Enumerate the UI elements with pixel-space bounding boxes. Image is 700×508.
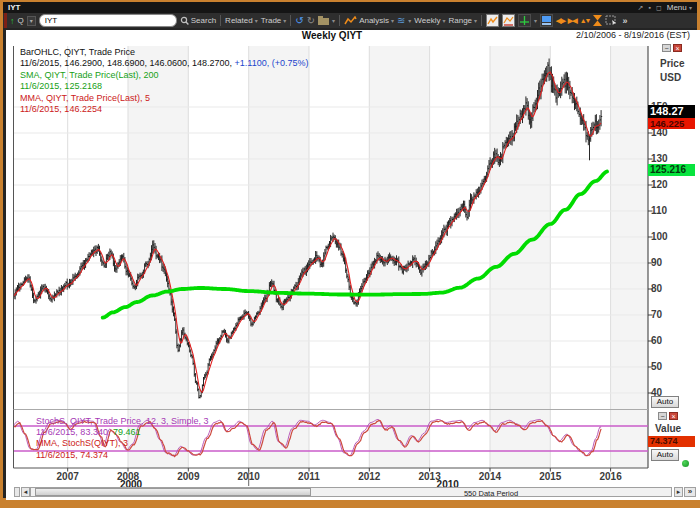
last-price-label: 148.27	[648, 105, 695, 118]
scrollbar-thumb[interactable]	[35, 488, 311, 496]
scrollbar-splitter[interactable]	[14, 487, 20, 497]
price-tick-label: 120	[651, 179, 668, 190]
year-label: 2016	[596, 471, 626, 482]
year-label: 2009	[173, 471, 203, 482]
legend-line: 11/6/2015, 146.2900, 148.6900, 146.0600,…	[20, 58, 308, 68]
legend-line: MMA, StochS(QIYT), 3	[36, 438, 128, 448]
legend-text: +1.1100, (+0.75%)	[235, 58, 309, 68]
year-label: 2011	[294, 471, 324, 482]
year-label: 2012	[354, 471, 384, 482]
price-tick-label: 50	[651, 361, 662, 372]
legend-line: 11/6/2015, 74.374	[36, 450, 108, 460]
legend-text: 11/6/2015, 146.2900, 148.6900, 146.0600,…	[20, 58, 235, 68]
stoch-value-label: 74.374	[648, 436, 695, 447]
legend-text: MMA, QIYT, Trade Price(Last), 5	[20, 93, 150, 103]
scrollbar-track[interactable]: 550 Data Period	[30, 487, 672, 497]
minimize-icon[interactable]: −	[658, 412, 667, 420]
legend-text: SMA, QIYT, Trade Price(Last), 200	[20, 70, 159, 80]
legend-text: 11/6/2015, 146.2254	[20, 104, 102, 114]
legend-text: StochS, QIYT, Trade Price, 12, 3, Simple…	[36, 416, 209, 426]
year-label: 2007	[53, 471, 83, 482]
scroll-left-icon[interactable]: ◂	[21, 487, 30, 497]
price-tick-label: 100	[651, 231, 668, 242]
price-tick-label: 70	[651, 309, 662, 320]
scroll-right-icon[interactable]: ▸	[674, 487, 683, 497]
price-tick-label: 110	[651, 205, 667, 216]
status-dot	[682, 460, 689, 467]
legend-line: SMA, QIYT, Trade Price(Last), 200	[20, 70, 159, 80]
legend-text: MMA, StochS(QIYT), 3	[36, 438, 128, 448]
price-tick-label: 90	[651, 257, 662, 268]
year-label: 2010	[234, 471, 264, 482]
scrollbar-label: 550 Data Period	[313, 489, 669, 498]
year-label: 2015	[535, 471, 565, 482]
minimize-icon[interactable]: −	[662, 44, 671, 52]
price-tick-label: 60	[651, 335, 662, 346]
price-axis-title: Price	[660, 58, 684, 69]
legend-line: MMA, QIYT, Trade Price(Last), 5	[20, 93, 150, 103]
close-icon[interactable]: ×	[669, 412, 678, 420]
legend-text: BarOHLC, QIYT, Trade Price	[20, 47, 135, 57]
legend-line: 11/6/2015, 125.2168	[20, 81, 102, 91]
scrollbar-overflow-chevron[interactable]: »	[684, 487, 696, 497]
chart-date-range: 2/10/2006 - 8/19/2016 (EST)	[576, 30, 690, 40]
legend-text: 11/6/2015, 125.2168	[20, 81, 102, 91]
year-label: 2014	[475, 471, 505, 482]
legend-line: StochS, QIYT, Trade Price, 12, 3, Simple…	[36, 416, 209, 426]
terminal-window: IYT ↗ ▪ ◻ Menu ▾ ↑ Q ▾ Search Re	[0, 0, 700, 508]
close-icon[interactable]: ×	[673, 44, 682, 52]
mma-price-label: 146.225	[648, 118, 695, 129]
price-axis-unit: USD	[660, 72, 681, 83]
sma-price-label: 125.216	[648, 164, 695, 176]
legend-text: 11/6/2015, 74.374	[36, 450, 108, 460]
value-axis-title: Value	[655, 423, 681, 434]
legend-text: 79.461	[113, 427, 141, 437]
stoch-axis-auto-button[interactable]: Auto	[651, 449, 679, 461]
legend-text: 11/6/2015, 83.340,	[36, 427, 113, 437]
price-tick-label: 130	[651, 153, 668, 164]
legend-line: BarOHLC, QIYT, Trade Price	[20, 47, 135, 57]
price-tick-label: 80	[651, 283, 662, 294]
price-axis-auto-button[interactable]: Auto	[651, 396, 679, 408]
legend-line: 11/6/2015, 146.2254	[20, 104, 102, 114]
chart-title: Weekly QIYT	[270, 30, 394, 41]
legend-line: 11/6/2015, 83.340, 79.461	[36, 427, 140, 437]
